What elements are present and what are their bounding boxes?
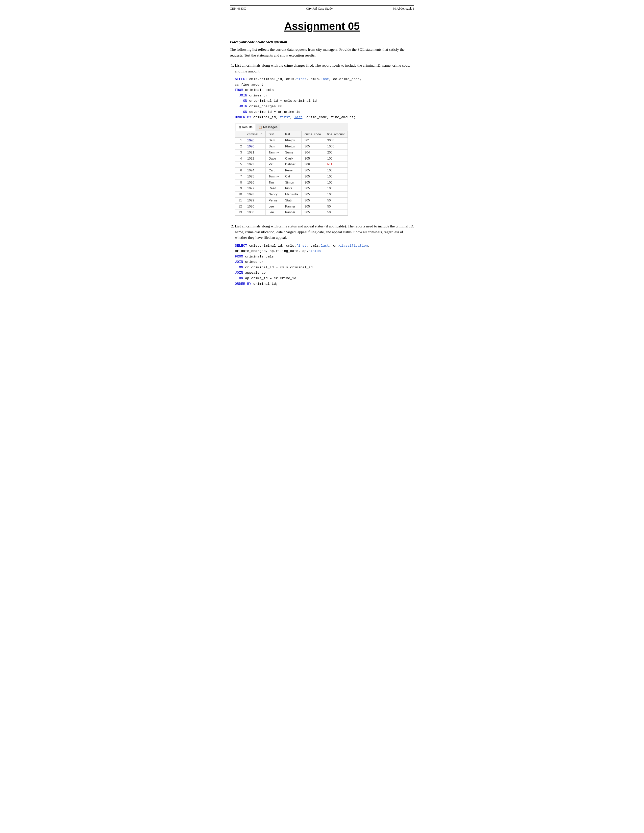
cell-crime-code: 305: [301, 198, 324, 203]
cell-criminal-id: 1030: [244, 209, 266, 215]
cell-criminal-id: 1020: [244, 144, 266, 150]
question-list: List all criminals along with the crime …: [235, 63, 414, 286]
table-row: 51023PatDabber306NULL: [235, 162, 348, 167]
row-number: 8: [235, 180, 244, 185]
col-rownum: [235, 131, 244, 138]
cell-fine-amount: 50: [324, 203, 348, 209]
table-row: 21020SamPhelps3051000: [235, 144, 348, 150]
cell-first: Tommy: [266, 174, 282, 180]
cell-crime-code: 305: [301, 191, 324, 198]
cell-criminal-id: 1024: [244, 167, 266, 174]
col-first: first: [266, 131, 282, 138]
results-container-1: ⊞ Results 📋 Messages criminal_id first l…: [235, 123, 348, 216]
cell-last: Perry: [282, 167, 301, 174]
cell-first: Reed: [266, 185, 282, 191]
cell-first: Dave: [266, 156, 282, 162]
table-row: 71025TommyCat305100: [235, 174, 348, 180]
cell-first: Pat: [266, 162, 282, 167]
cell-first: Tammy: [266, 150, 282, 156]
cell-last: Sums: [282, 150, 301, 156]
results-table-1: criminal_id first last crime_code fine_a…: [235, 131, 348, 216]
cell-fine-amount: 100: [324, 191, 348, 198]
table-row: 131030LeePanner30550: [235, 209, 348, 215]
cell-fine-amount: 100: [324, 174, 348, 180]
row-number: 4: [235, 156, 244, 162]
question-2-text: List all criminals along with crime stat…: [235, 224, 414, 241]
cell-crime-code: 304: [301, 150, 324, 156]
table-row: 81026TimSimon305100: [235, 180, 348, 185]
col-crime-code: crime_code: [301, 131, 324, 138]
cell-first: Tim: [266, 180, 282, 185]
header-left: CEN 4333C: [230, 6, 246, 11]
cell-criminal-id: 1025: [244, 174, 266, 180]
results-tabs-1: ⊞ Results 📋 Messages: [235, 123, 348, 131]
row-number: 2: [235, 144, 244, 150]
row-number: 11: [235, 198, 244, 203]
cell-fine-amount: 100: [324, 180, 348, 185]
row-number: 6: [235, 167, 244, 174]
row-number: 13: [235, 209, 244, 215]
cell-crime-code: 305: [301, 174, 324, 180]
cell-crime-code: 305: [301, 180, 324, 185]
cell-last: Panner: [282, 203, 301, 209]
cell-fine-amount: 100: [324, 156, 348, 162]
tab-results[interactable]: ⊞ Results: [236, 124, 255, 131]
cell-last: Phelps: [282, 138, 301, 144]
cell-criminal-id: 1022: [244, 156, 266, 162]
table-row: 11020SamPhelps3013000: [235, 138, 348, 144]
table-row: 91027ReedPints305100: [235, 185, 348, 191]
cell-fine-amount: 100: [324, 185, 348, 191]
cell-crime-code: 301: [301, 138, 324, 144]
cell-criminal-id: 1020: [244, 138, 266, 144]
tab-messages-label: Messages: [263, 125, 277, 130]
row-number: 10: [235, 191, 244, 198]
cell-first: Sam: [266, 144, 282, 150]
cell-criminal-id: 1021: [244, 150, 266, 156]
header-center: City Jail Case Study: [306, 6, 333, 11]
cell-fine-amount: 50: [324, 198, 348, 203]
cell-criminal-id: 1027: [244, 185, 266, 191]
row-number: 5: [235, 162, 244, 167]
cell-last: Phelps: [282, 144, 301, 150]
row-number: 1: [235, 138, 244, 144]
row-number: 3: [235, 150, 244, 156]
table-row: 101028NancyMansville305100: [235, 191, 348, 198]
question-1-text: List all criminals along with the crime …: [235, 63, 414, 74]
question-1: List all criminals along with the crime …: [235, 63, 414, 220]
table-row: 111029PennyStatin30550: [235, 198, 348, 203]
cell-criminal-id: 1028: [244, 191, 266, 198]
code-block-1: SELECT cmls.criminal_id, cmls.first, cml…: [235, 77, 414, 120]
cell-first: Cart: [266, 167, 282, 174]
cell-last: Simon: [282, 180, 301, 185]
row-number: 7: [235, 174, 244, 180]
cell-fine-amount: 3000: [324, 138, 348, 144]
cell-fine-amount: 200: [324, 150, 348, 156]
col-fine-amount: fine_amount: [324, 131, 348, 138]
cell-first: Lee: [266, 209, 282, 215]
subtitle: Place your code below each question: [230, 40, 414, 44]
cell-last: Statin: [282, 198, 301, 203]
table-row: 61024CartPerry305100: [235, 167, 348, 174]
tab-messages[interactable]: 📋 Messages: [256, 124, 280, 131]
intro-text: The following list reflects the current …: [230, 47, 414, 58]
col-criminal-id: criminal_id: [244, 131, 266, 138]
cell-crime-code: 305: [301, 156, 324, 162]
table-row: 41022DaveCaulk305100: [235, 156, 348, 162]
cell-fine-amount: 50: [324, 209, 348, 215]
cell-first: Nancy: [266, 191, 282, 198]
cell-last: Pints: [282, 185, 301, 191]
cell-criminal-id: 1030: [244, 203, 266, 209]
row-number: 9: [235, 185, 244, 191]
null-value: NULL: [327, 162, 335, 166]
cell-crime-code: 306: [301, 162, 324, 167]
cell-criminal-id: 1029: [244, 198, 266, 203]
cell-crime-code: 305: [301, 203, 324, 209]
table-icon: ⊞: [239, 125, 241, 130]
cell-last: Cat: [282, 174, 301, 180]
col-last: last: [282, 131, 301, 138]
cell-fine-amount: 1000: [324, 144, 348, 150]
header-right: M.Abdelrazek 1: [393, 6, 414, 11]
cell-first: Penny: [266, 198, 282, 203]
table-row: 121030LeePanner30550: [235, 203, 348, 209]
cell-crime-code: 305: [301, 209, 324, 215]
